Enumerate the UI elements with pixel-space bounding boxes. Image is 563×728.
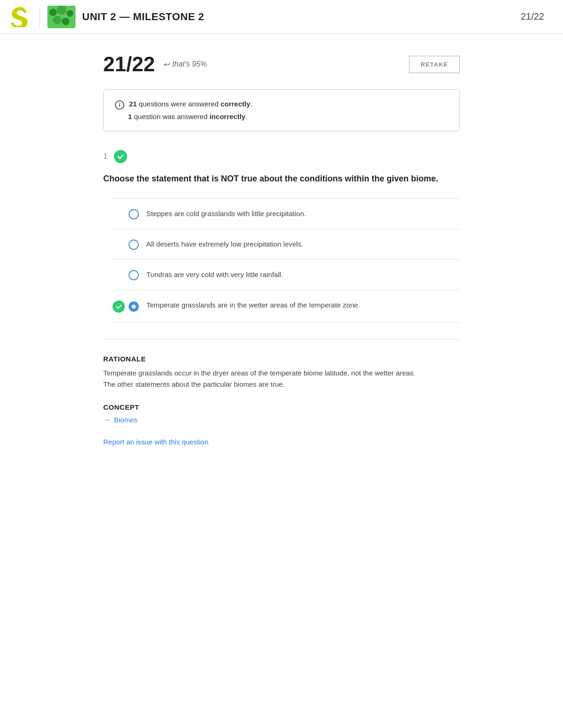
question-correct-indicator <box>114 150 127 163</box>
incorrect-summary-line: 1 question was answered incorrectly. <box>128 113 448 120</box>
retake-button[interactable]: RETAKE <box>409 56 460 73</box>
question-text: Choose the statement that is NOT true ab… <box>103 173 460 185</box>
rationale-title: RATIONALE <box>103 355 460 363</box>
options-list: Steppes are cold grasslands with little … <box>113 198 460 323</box>
correct-summary-line: i 21 questions were answered correctly. <box>115 100 448 110</box>
option-4-correct-check <box>113 300 125 313</box>
option-2-indicators <box>113 239 139 250</box>
option-1-radio[interactable] <box>129 209 139 219</box>
option-4-text: Temperate grasslands are in the wetter a… <box>146 300 360 310</box>
option-3-radio[interactable] <box>129 270 139 280</box>
option-1[interactable]: Steppes are cold grasslands with little … <box>113 198 460 229</box>
rationale-text: Temperate grasslands occur in the dryer … <box>103 368 460 390</box>
option-1-indicators <box>113 208 139 219</box>
option-3[interactable]: Tundras are very cold with very little r… <box>113 259 460 290</box>
concept-link[interactable]: Biomes <box>103 416 460 424</box>
app-logo <box>9 6 32 28</box>
option-4[interactable]: Temperate grasslands are in the wetter a… <box>113 290 460 323</box>
score-display: 21/22 <box>103 53 155 76</box>
option-3-indicators <box>113 269 139 280</box>
score-annotation: that's 95% <box>163 60 207 69</box>
header-score: 21/22 <box>521 11 554 22</box>
question-number: 1 <box>103 152 107 161</box>
question-1: 1 Choose the statement that is NOT true … <box>103 150 460 446</box>
info-icon: i <box>115 100 124 110</box>
option-1-text: Steppes are cold grasslands with little … <box>146 208 306 219</box>
summary-box: i 21 questions were answered correctly. … <box>103 89 460 131</box>
report-issue-link[interactable]: Report an issue with this question <box>103 438 208 446</box>
option-2-text: All deserts have extremely low precipita… <box>146 239 303 249</box>
option-2-radio[interactable] <box>129 240 139 250</box>
header: UNIT 2 — MILESTONE 2 21/22 <box>0 0 563 34</box>
option-4-indicators <box>113 300 139 313</box>
question-header: 1 <box>103 150 460 163</box>
header-divider <box>39 6 40 28</box>
header-title: UNIT 2 — MILESTONE 2 <box>82 11 521 23</box>
concept-title: CONCEPT <box>103 403 460 411</box>
correct-summary-text: 21 questions were answered correctly. <box>129 100 252 108</box>
option-3-text: Tundras are very cold with very little r… <box>146 269 283 280</box>
option-2[interactable]: All deserts have extremely low precipita… <box>113 229 460 259</box>
unit-thumbnail <box>47 6 76 28</box>
rationale-section: RATIONALE Temperate grasslands occur in … <box>103 339 460 446</box>
main-content: 21/22 that's 95% RETAKE i 21 questions w… <box>94 34 469 493</box>
option-4-radio[interactable] <box>129 301 139 312</box>
incorrect-summary-text: 1 question was answered incorrectly. <box>128 113 247 120</box>
score-header: 21/22 that's 95% RETAKE <box>103 53 460 76</box>
